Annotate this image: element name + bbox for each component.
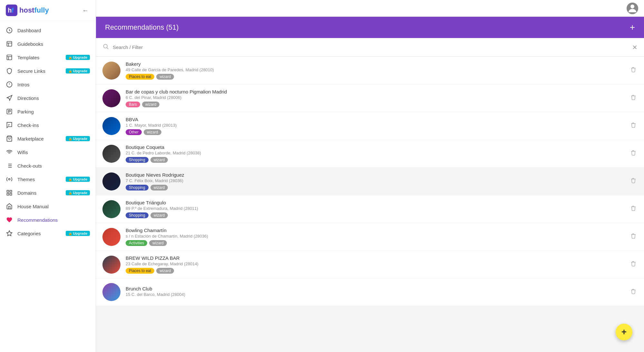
back-button[interactable]: ← (81, 5, 90, 15)
delete-recommendation-button[interactable] (629, 287, 638, 297)
delete-recommendation-button[interactable] (629, 65, 638, 75)
recommendation-address: 49 Calle de García de Paredes, Madrid (2… (126, 67, 624, 72)
logo: h f hostfully (6, 5, 49, 16)
svg-marker-20 (7, 231, 12, 236)
svg-line-23 (107, 48, 109, 49)
sidebar-item-secure-links[interactable]: Secure LinksUpgrade (0, 64, 96, 78)
recommendation-info: Brunch Club15 C. del Barco, Madrid (2800… (126, 286, 624, 298)
recommendation-thumbnail (102, 228, 120, 246)
sidebar-item-themes[interactable]: ThemesUpgrade (0, 172, 96, 186)
user-avatar[interactable] (627, 3, 638, 14)
sidebar-item-label-house-manual: House Manual (17, 204, 90, 209)
recommendation-name: BBVA (126, 117, 624, 122)
sidebar-item-guidebooks[interactable]: Guidebooks (0, 37, 96, 51)
recommendation-tag: wizard (156, 268, 174, 274)
page-header: Recommendations (51) + (96, 17, 644, 38)
recommendation-info: Boutique Triángulo89 P.º de Extremadura,… (126, 200, 624, 218)
sidebar-item-categories[interactable]: CategoriesUpgrade (0, 227, 96, 240)
clear-search-button[interactable]: ✕ (632, 44, 638, 51)
recommendation-tag: Shopping (126, 157, 149, 163)
svg-rect-18 (7, 193, 9, 195)
delete-recommendation-button[interactable] (629, 93, 638, 103)
recommendation-item: Brunch Club15 C. del Barco, Madrid (2800… (96, 279, 644, 306)
recommendation-thumbnail (102, 89, 120, 107)
recommendation-name: Bakery (126, 61, 624, 67)
sidebar-item-label-secure-links: Secure Links (17, 68, 61, 74)
sidebar-item-marketplace[interactable]: MarketplaceUpgrade (0, 132, 96, 145)
recommendation-tag: Activities (126, 240, 147, 246)
recommendation-info: Bar de copas y club nocturno Pigmalion M… (126, 89, 624, 107)
delete-recommendation-button[interactable] (629, 176, 638, 186)
upgrade-badge[interactable]: Upgrade (66, 231, 90, 236)
sidebar-item-label-directions: Directions (17, 95, 90, 101)
sidebar-item-templates[interactable]: TemplatesUpgrade (0, 51, 96, 64)
sidebar-item-check-ins[interactable]: Check-ins (0, 118, 96, 132)
recommendation-address: 1 C. Mayor, Madrid (28013) (126, 123, 624, 128)
sidebar-item-label-recommendations: Recommendations (17, 217, 90, 223)
add-fab-button[interactable]: + (616, 324, 632, 340)
sidebar-item-intros[interactable]: Intros (0, 78, 96, 91)
delete-recommendation-button[interactable] (629, 121, 638, 131)
content-area: Recommendations (51) + ✕ Bakery49 Calle … (96, 17, 644, 352)
sidebar-item-dashboard[interactable]: Dashboard (0, 24, 96, 37)
sidebar-item-directions[interactable]: Directions (0, 91, 96, 105)
delete-recommendation-button[interactable] (629, 204, 638, 214)
upgrade-badge[interactable]: Upgrade (66, 190, 90, 195)
themes-icon (6, 176, 13, 183)
search-icon (102, 43, 109, 51)
check-ins-icon (6, 122, 13, 129)
recommendations-list: Bakery49 Calle de García de Paredes, Mad… (96, 57, 644, 306)
sidebar-item-label-intros: Intros (17, 82, 90, 87)
recommendation-item: Boutique Nieves Rodriguez7 C. Félix Boix… (96, 168, 644, 195)
recommendation-tag: wizard (156, 74, 174, 80)
svg-marker-7 (7, 95, 12, 101)
main-content: Recommendations (51) + ✕ Bakery49 Calle … (96, 0, 644, 352)
sidebar-item-recommendations[interactable]: Recommendations (0, 213, 96, 227)
recommendation-tags: Shoppingwizard (126, 185, 624, 191)
search-input[interactable] (113, 44, 628, 50)
delete-recommendation-button[interactable] (629, 259, 638, 269)
topbar (96, 0, 644, 17)
recommendation-address: 15 C. del Barco, Madrid (28004) (126, 292, 624, 297)
check-outs-icon (6, 162, 13, 169)
recommendations-icon (6, 216, 13, 223)
upgrade-badge[interactable]: Upgrade (66, 177, 90, 182)
upgrade-badge[interactable]: Upgrade (66, 68, 90, 73)
recommendation-name: Boutique Nieves Rodriguez (126, 172, 624, 178)
svg-rect-5 (7, 55, 12, 60)
recommendation-tag: wizard (150, 157, 168, 163)
directions-icon (6, 94, 13, 102)
sidebar-item-check-outs[interactable]: Check-outs (0, 159, 96, 172)
recommendation-tag: wizard (150, 185, 168, 191)
recommendation-tag: Other (126, 129, 142, 135)
sidebar-item-label-check-outs: Check-outs (17, 163, 90, 169)
upgrade-badge[interactable]: Upgrade (66, 55, 90, 60)
sidebar-item-label-dashboard: Dashboard (17, 28, 90, 33)
sidebar-item-label-marketplace: Marketplace (17, 136, 61, 142)
recommendation-address: 7 C. Félix Boix, Madrid (28036) (126, 178, 624, 183)
recommendation-tags: Shoppingwizard (126, 157, 624, 163)
recommendation-tags: Places to eatwizard (126, 268, 624, 274)
recommendation-thumbnail (102, 145, 120, 163)
svg-rect-16 (7, 191, 9, 192)
sidebar-item-label-guidebooks: Guidebooks (17, 41, 90, 47)
recommendation-tag: Shopping (126, 212, 149, 218)
recommendation-address: 6 C. del Pinar, Madrid (28006) (126, 95, 624, 100)
delete-recommendation-button[interactable] (629, 149, 638, 159)
add-recommendation-header-button[interactable]: + (630, 23, 635, 32)
sidebar-item-wifis[interactable]: Wifis (0, 145, 96, 159)
sidebar-item-label-categories: Categories (17, 231, 61, 236)
sidebar-item-house-manual[interactable]: House Manual (0, 200, 96, 213)
svg-point-22 (103, 44, 107, 48)
recommendation-thumbnail (102, 283, 120, 301)
upgrade-badge[interactable]: Upgrade (66, 136, 90, 141)
sidebar-item-domains[interactable]: DomainsUpgrade (0, 186, 96, 200)
recommendation-thumbnail (102, 200, 120, 218)
categories-icon (6, 230, 13, 237)
recommendation-tags: Shoppingwizard (126, 212, 624, 218)
svg-point-15 (9, 179, 10, 180)
guidebooks-icon (6, 40, 13, 47)
sidebar-item-parking[interactable]: Parking (0, 105, 96, 118)
nav-items: DashboardGuidebooksTemplatesUpgradeSecur… (0, 21, 96, 243)
delete-recommendation-button[interactable] (629, 232, 638, 242)
